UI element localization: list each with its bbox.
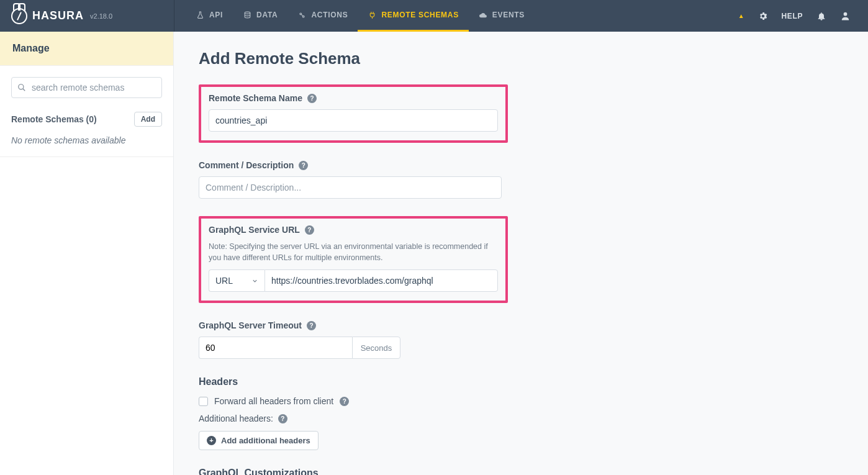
rs-count-label: Remote Schemas (0) [11, 114, 97, 124]
comment-label: Comment / Description [199, 160, 294, 170]
help-icon[interactable]: ? [305, 225, 314, 235]
add-headers-button[interactable]: + Add additional headers [199, 431, 319, 450]
comment-label-row: Comment / Description ? [199, 160, 843, 170]
service-url-label-row: GraphQL Service URL ? [209, 225, 498, 235]
forward-headers-label: Forward all headers from client [214, 396, 333, 406]
add-headers-button-label: Add additional headers [221, 436, 310, 445]
timeout-label: GraphQL Server Timeout [199, 320, 302, 330]
comment-input[interactable] [199, 176, 502, 199]
sidebar: Manage Remote Schemas (0) Add No remote … [0, 32, 174, 475]
settings-icon[interactable] [758, 11, 768, 21]
timeout-input[interactable] [199, 337, 352, 359]
headers-title: Headers [199, 376, 843, 387]
nav-right: ▲ HELP [738, 0, 868, 32]
cloud-icon [479, 11, 487, 19]
help-icon[interactable]: ? [307, 321, 316, 330]
sidebar-body: Remote Schemas (0) Add No remote schemas… [0, 66, 173, 157]
sidebar-heading: Manage [0, 32, 173, 66]
page-body: Manage Remote Schemas (0) Add No remote … [0, 32, 868, 475]
svg-point-3 [844, 12, 848, 16]
schema-name-block: Remote Schema Name ? [199, 84, 508, 143]
url-mode-value: URL [215, 276, 233, 286]
svg-point-4 [19, 84, 24, 89]
plug-icon [368, 11, 376, 19]
nav-tab-label: DATA [256, 11, 278, 19]
nav-tab-events[interactable]: EVENTS [469, 0, 535, 32]
nav-tab-remote-schemas[interactable]: REMOTE SCHEMAS [358, 0, 468, 32]
url-row: URL [209, 269, 498, 292]
nav-tab-data[interactable]: DATA [233, 0, 287, 32]
brand-name: HASURA [32, 9, 84, 22]
help-icon[interactable]: ? [299, 161, 308, 170]
additional-headers-label: Additional headers: [199, 414, 273, 423]
help-icon[interactable]: ? [278, 414, 287, 423]
nav-tab-api[interactable]: API [186, 0, 233, 32]
svg-point-1 [300, 12, 302, 14]
add-schema-button[interactable]: Add [134, 112, 162, 127]
service-url-input[interactable] [264, 269, 498, 292]
search-icon [17, 83, 26, 92]
forward-headers-checkbox[interactable] [199, 397, 208, 406]
bell-icon[interactable] [816, 11, 826, 21]
nav-tabs: API DATA ACTIONS REMOTE SCHEMAS EVENTS [186, 0, 535, 32]
timeout-row: Seconds [199, 337, 400, 359]
timeout-label-row: GraphQL Server Timeout ? [199, 320, 843, 330]
headers-block: Headers Forward all headers from client … [199, 376, 843, 450]
search-input[interactable] [11, 77, 162, 98]
brand-version: v2.18.0 [90, 12, 112, 20]
comment-block: Comment / Description ? [199, 160, 843, 199]
service-url-note: Note: Specifying the server URL via an e… [209, 241, 498, 263]
additional-headers-row: Additional headers: ? [199, 414, 843, 423]
search-wrap [11, 77, 162, 98]
warning-indicator-icon[interactable]: ▲ [738, 12, 744, 19]
help-icon[interactable]: ? [307, 94, 317, 103]
schema-name-label: Remote Schema Name [209, 93, 302, 103]
service-url-block: GraphQL Service URL ? Note: Specifying t… [199, 216, 508, 303]
help-icon[interactable]: ? [340, 397, 349, 406]
schema-name-label-row: Remote Schema Name ? [209, 93, 498, 103]
main-content: Add Remote Schema Remote Schema Name ? C… [174, 32, 868, 475]
timeout-unit: Seconds [352, 337, 400, 359]
customizations-title: GraphQL Customizations [199, 468, 843, 475]
forward-headers-row: Forward all headers from client ? [199, 396, 843, 406]
nav-tab-label: REMOTE SCHEMAS [381, 11, 458, 19]
chevron-down-icon [251, 278, 258, 284]
flask-icon [196, 11, 204, 19]
url-mode-select[interactable]: URL [209, 269, 264, 292]
help-link[interactable]: HELP [782, 12, 803, 20]
actions-icon [297, 11, 306, 19]
top-nav: HASURA v2.18.0 API DATA ACTIONS REMOTE S… [0, 0, 868, 32]
page-title: Add Remote Schema [199, 49, 843, 68]
timeout-block: GraphQL Server Timeout ? Seconds [199, 320, 843, 359]
user-icon[interactable] [840, 11, 851, 21]
brand[interactable]: HASURA v2.18.0 [0, 8, 174, 24]
customizations-block: GraphQL Customizations Individual Types … [199, 468, 843, 475]
database-icon [243, 11, 251, 19]
svg-point-2 [302, 16, 304, 17]
schema-name-input[interactable] [209, 109, 498, 132]
nav-tab-label: API [209, 11, 223, 19]
nav-separator [174, 0, 174, 32]
nav-tab-label: EVENTS [492, 11, 525, 19]
hasura-logo-icon [11, 8, 27, 24]
service-url-label: GraphQL Service URL [209, 225, 300, 235]
svg-point-0 [245, 12, 250, 14]
plus-circle-icon: + [207, 436, 216, 445]
rs-empty-message: No remote schemas available [11, 135, 162, 145]
nav-tab-actions[interactable]: ACTIONS [287, 0, 358, 32]
nav-tab-label: ACTIONS [311, 11, 348, 19]
rs-header-row: Remote Schemas (0) Add [11, 112, 162, 127]
